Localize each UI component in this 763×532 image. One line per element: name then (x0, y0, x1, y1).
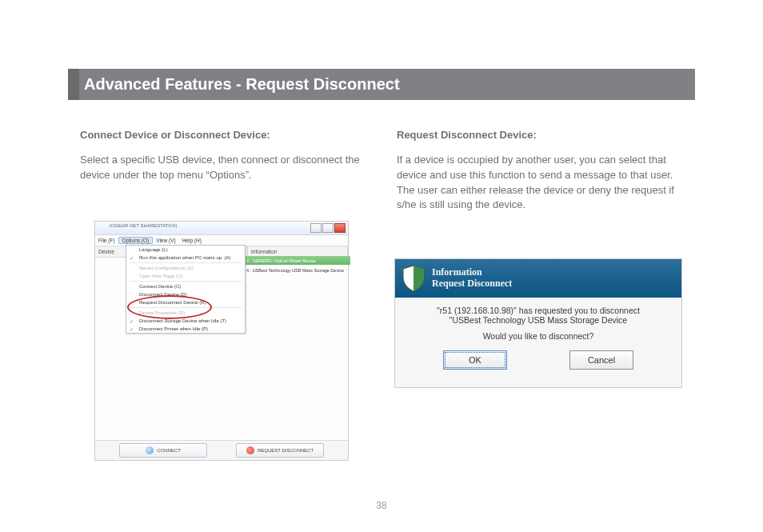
menu-help[interactable]: Help (H) (179, 238, 205, 243)
deny-icon (246, 446, 254, 454)
dialog-cancel-button[interactable]: Cancel (569, 350, 633, 370)
dialog-ok-button[interactable]: OK (443, 350, 507, 370)
page-header-accent (68, 69, 79, 100)
window-minimize-button[interactable] (310, 223, 322, 233)
mi-open-web[interactable]: Open Web Page (O) (126, 272, 245, 280)
page-title: Advanced Features - Request Disconnect (84, 69, 400, 100)
dialog-line1: "r51 (192.168.10.98)" has requested you … (406, 306, 670, 315)
mi-disc-printer-idle[interactable]: Disconnect Printer when Idle (P) (126, 325, 245, 333)
right-section-title: Request Disconnect Device: (397, 128, 685, 143)
dialog-title-line2: Request Disconnect (432, 278, 512, 290)
dialog-line2: "USBest Technology USB Mass Storage Devi… (406, 315, 670, 325)
menu-view[interactable]: View (V) (153, 238, 178, 243)
dialog-header: Information Request Disconnect (395, 259, 681, 298)
window-title: IOGEAR NET SHARESTATION (110, 223, 177, 228)
left-section-title: Connect Device or Disconnect Device: (80, 128, 368, 143)
mi-run-on-start[interactable]: Run this application when PC starts up. … (126, 254, 245, 262)
connect-button[interactable]: CONNECT (119, 443, 207, 458)
menu-options[interactable]: Options (O) (118, 237, 154, 244)
mi-language[interactable]: Language (L) (126, 246, 245, 254)
left-section-body: Select a specific USB device, then conne… (80, 153, 368, 183)
mi-server-config[interactable]: Server Configurations (S) (126, 264, 245, 272)
window-close-button[interactable] (334, 223, 346, 233)
bottom-toolbar: CONNECT REQUEST DISCONNECT (95, 440, 348, 460)
request-disconnect-button-label: REQUEST DISCONNECT (258, 448, 314, 453)
menu-file[interactable]: File (F) (95, 238, 118, 243)
dialog-title-line1: Information (432, 267, 512, 278)
page-number: 38 (0, 500, 763, 511)
screenshot-app-window: IOGEAR NET SHARESTATION File (F) Options… (94, 221, 349, 461)
right-section-body: If a device is occupied by another user,… (397, 153, 685, 213)
row2-info: 4 : USBest Technology USB Mass Storage D… (244, 266, 350, 274)
window-titlebar: IOGEAR NET SHARESTATION (95, 222, 348, 235)
connect-button-label: CONNECT (157, 448, 181, 453)
mi-connect-device[interactable]: Connect Device (C) (126, 282, 245, 290)
window-maximize-button[interactable] (322, 223, 334, 233)
request-disconnect-button[interactable]: REQUEST DISCONNECT (236, 443, 324, 458)
highlight-ellipse (127, 295, 212, 319)
screenshot-dialog: Information Request Disconnect "r51 (192… (394, 258, 682, 388)
connect-icon (146, 446, 154, 454)
options-dropdown: Language (L) Run this application when P… (126, 245, 246, 334)
row1-info: 3 : GENERIC Optical Wheel Mouse (244, 256, 350, 265)
dialog-line3: Would you like to disconnect? (406, 331, 670, 341)
shield-icon (401, 265, 425, 292)
